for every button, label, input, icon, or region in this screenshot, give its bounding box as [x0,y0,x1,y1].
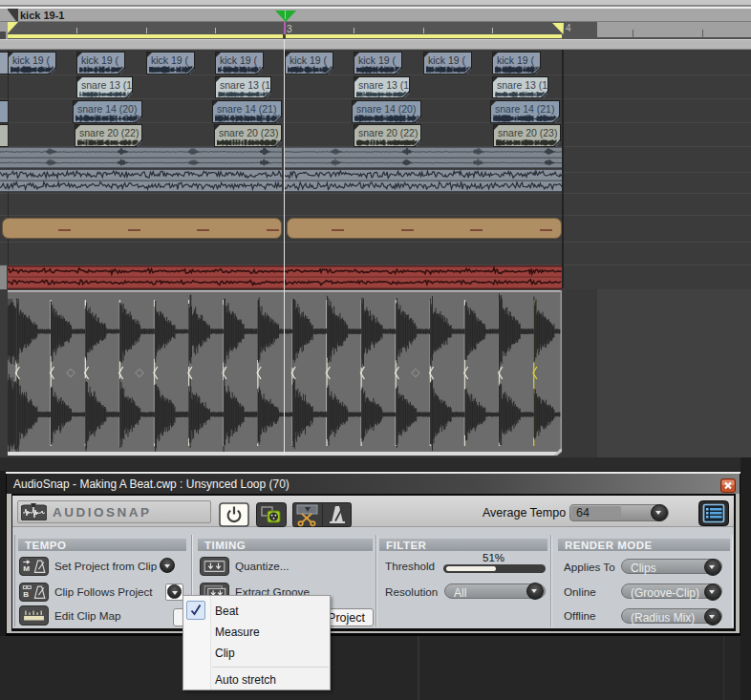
svg-text:M: M [23,564,30,573]
svg-text:B: B [23,590,29,599]
